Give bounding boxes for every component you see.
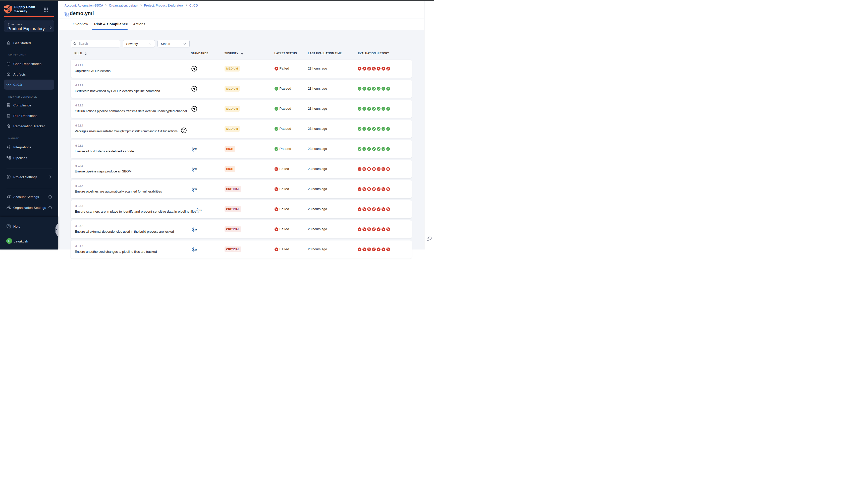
svg-text:?: ?: [8, 224, 9, 227]
svg-text:CIS: CIS: [193, 188, 197, 191]
svg-text:CIS: CIS: [193, 248, 197, 250]
svg-text:CIS: CIS: [198, 209, 202, 211]
svg-text:CIS: CIS: [193, 228, 197, 231]
svg-text:CIS: CIS: [193, 148, 197, 150]
svg-text:CIS: CIS: [193, 168, 197, 171]
